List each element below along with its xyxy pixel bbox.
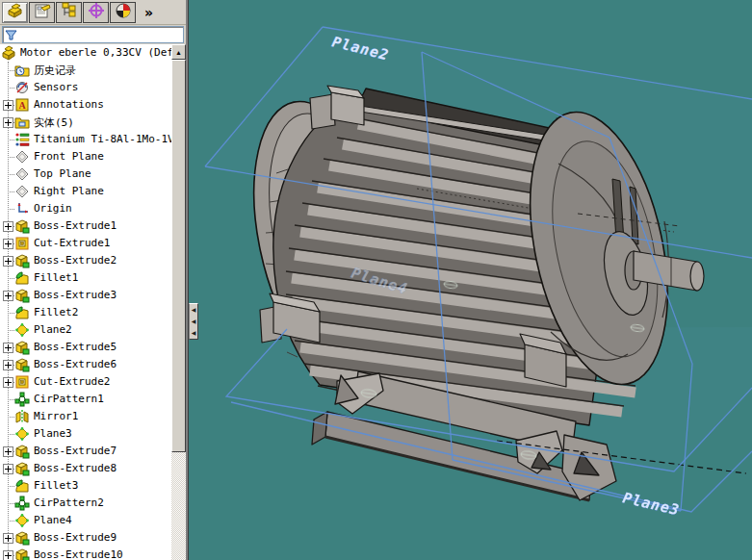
tree-item-mirror1[interactable]: Mirror1 xyxy=(0,408,171,425)
tree-item-fillet2[interactable]: Fillet2 xyxy=(0,304,171,321)
tree-item-cirpattern2[interactable]: CirPattern2 xyxy=(0,495,171,512)
tree-item-boss-extrude2[interactable]: Boss-Extrude2 xyxy=(0,252,171,269)
tree-item-titanium-ti-8al-1mo-1v[interactable]: Titanium Ti-8Al-1Mo-1V xyxy=(0,131,171,148)
boss-extrude-icon xyxy=(14,444,30,459)
tree-item--[interactable]: 历史记录 xyxy=(0,62,171,79)
expand-plus-box[interactable] xyxy=(3,221,13,232)
expand-plus-box[interactable] xyxy=(3,464,13,474)
configuration-manager-tab[interactable] xyxy=(56,2,82,23)
tree-item--5-[interactable]: 实体(5) xyxy=(0,114,171,131)
scroll-up-arrow[interactable]: ▲ xyxy=(171,44,186,60)
expand-plus-box[interactable] xyxy=(3,550,13,560)
expand-plus-box[interactable] xyxy=(3,117,13,128)
expand-plus-box[interactable] xyxy=(3,343,13,353)
tree-filter-input[interactable] xyxy=(19,27,183,42)
tree-item-plane2[interactable]: Plane2 xyxy=(0,321,171,339)
collapse-arrow-icon: ◀ xyxy=(192,307,196,313)
property-manager-tab[interactable] xyxy=(29,2,55,23)
tree-item-label: Sensors xyxy=(34,81,78,93)
tree-item-cut-extrude2[interactable]: Cut-Extrude2 xyxy=(0,373,171,391)
graphics-area[interactable]: Plane2 Plane4 Plane3 xyxy=(189,0,752,560)
tree-item-label: Mirror1 xyxy=(34,410,78,422)
collapse-arrow-icon: ◀ xyxy=(192,330,196,336)
tree-item-cut-extrude1[interactable]: Cut-Extrude1 xyxy=(0,235,171,252)
displaymanager-icon xyxy=(114,2,133,23)
tree-item-boss-extrude8[interactable]: Boss-Extrude8 xyxy=(0,460,171,477)
tree-item-plane3[interactable]: Plane3 xyxy=(0,425,171,443)
expand-plus-box[interactable] xyxy=(3,533,13,544)
expand-plus-box[interactable] xyxy=(3,446,13,457)
plane-icon xyxy=(14,513,30,528)
filter-funnel-icon xyxy=(5,29,17,41)
boss-extrude-icon xyxy=(14,253,30,268)
expand-plus-box[interactable] xyxy=(3,377,13,388)
tree-item-motor-eberle-0-33cv-defau[interactable]: Motor eberle 0,33CV (Defau xyxy=(0,44,171,62)
collapse-arrow-icon: ◀ xyxy=(192,318,196,324)
origin-icon xyxy=(14,201,30,216)
tree-item-label: Boss-Extrude10 xyxy=(34,548,123,560)
tree-item-label: Fillet1 xyxy=(34,271,78,284)
tree-item-label: Boss-Extrude8 xyxy=(34,462,117,474)
tab-overflow-chevron[interactable]: » xyxy=(144,5,153,20)
tree-item-label: 实体(5) xyxy=(34,115,74,130)
tree-connector xyxy=(8,140,14,140)
history-folder-icon xyxy=(14,63,30,78)
tree-item-plane4[interactable]: Plane4 xyxy=(0,512,171,529)
boss-extrude-icon xyxy=(14,288,30,303)
tree-item-front-plane[interactable]: Front Plane xyxy=(0,148,171,165)
tree-item-boss-extrude1[interactable]: Boss-Extrude1 xyxy=(0,217,171,235)
panel-splitter-handle[interactable]: ◀ ◀ ◀ xyxy=(189,303,198,340)
part-icon xyxy=(1,45,16,61)
expand-plus-box[interactable] xyxy=(3,100,13,111)
tree-item-sensors[interactable]: Sensors xyxy=(0,79,171,96)
tree-item-boss-extrude9[interactable]: Boss-Extrude9 xyxy=(0,529,171,547)
boss-extrude-icon xyxy=(14,530,30,546)
tree-item-label: Plane3 xyxy=(34,427,72,440)
tree-item-boss-extrude3[interactable]: Boss-Extrude3 xyxy=(0,287,171,304)
feature-manager-panel: » Motor eberle 0,33CV (Defau历史记录SensorsA… xyxy=(0,0,189,560)
tree-item-label: Motor eberle 0,33CV (Defau xyxy=(20,46,171,59)
tree-item-fillet1[interactable]: Fillet1 xyxy=(0,269,171,287)
scrollbar-thumb[interactable] xyxy=(171,60,186,452)
tree-item-fillet3[interactable]: Fillet3 xyxy=(0,477,171,495)
expand-plus-box[interactable] xyxy=(3,239,13,249)
tree-item-label: 历史记录 xyxy=(34,64,76,78)
plane3-label[interactable]: Plane3 xyxy=(621,489,682,519)
cut-extrude-icon xyxy=(14,374,30,390)
boss-extrude-icon xyxy=(14,547,30,560)
tree-item-label: Right Plane xyxy=(34,185,104,197)
tree-item-boss-extrude6[interactable]: Boss-Extrude6 xyxy=(0,356,171,373)
display-manager-tab[interactable] xyxy=(110,2,136,23)
fillet-icon xyxy=(14,305,30,320)
tree-item-label: Boss-Extrude1 xyxy=(34,219,117,232)
tree-item-label: Boss-Extrude6 xyxy=(34,358,117,370)
tree-item-cirpattern1[interactable]: CirPattern1 xyxy=(0,391,171,408)
tree-item-annotations[interactable]: AAnnotations xyxy=(0,96,171,114)
annotations-icon: A xyxy=(14,97,30,113)
tree-item-label: Boss-Extrude5 xyxy=(34,341,117,353)
tree-item-origin[interactable]: Origin xyxy=(0,200,171,217)
tree-connector xyxy=(8,521,14,522)
expand-plus-box[interactable] xyxy=(3,256,13,267)
tree-connector xyxy=(8,503,14,504)
tree-item-boss-extrude7[interactable]: Boss-Extrude7 xyxy=(0,443,171,460)
expand-plus-box[interactable] xyxy=(3,360,13,370)
dimxpert-icon xyxy=(87,2,106,23)
dimxpert-tab[interactable] xyxy=(83,2,109,23)
feature-manager-tab[interactable] xyxy=(2,2,28,23)
tree-item-label: CirPattern2 xyxy=(34,496,104,509)
featuremanager-icon xyxy=(6,2,25,23)
expand-plus-box[interactable] xyxy=(3,291,13,301)
tree-item-boss-extrude5[interactable]: Boss-Extrude5 xyxy=(0,339,171,356)
manager-tab-bar: » xyxy=(0,0,186,25)
tree-item-top-plane[interactable]: Top Plane xyxy=(0,165,171,183)
plane-icon xyxy=(14,322,30,338)
tree-item-label: Fillet2 xyxy=(34,306,78,318)
tree-item-label: Plane2 xyxy=(34,323,72,336)
tree-scrollbar[interactable]: ▲ xyxy=(171,44,186,560)
tree-connector xyxy=(8,330,14,331)
tree-item-right-plane[interactable]: Right Plane xyxy=(0,183,171,200)
tree-item-label: Top Plane xyxy=(34,167,91,180)
tree-connector xyxy=(8,278,14,279)
tree-item-boss-extrude10[interactable]: Boss-Extrude10 xyxy=(0,547,171,560)
